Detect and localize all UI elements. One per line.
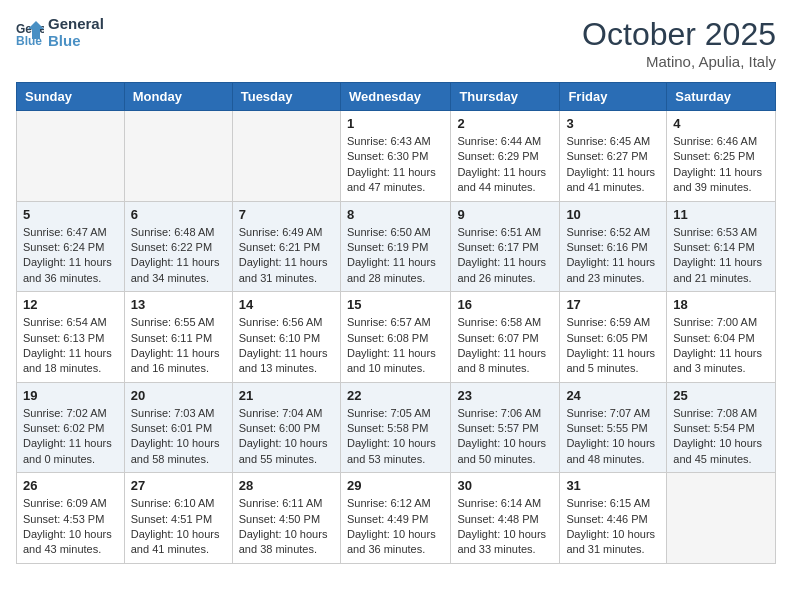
day-number: 24: [566, 388, 660, 403]
calendar-cell: [124, 111, 232, 202]
calendar-cell: 26Sunrise: 6:09 AM Sunset: 4:53 PM Dayli…: [17, 473, 125, 564]
calendar-cell: 15Sunrise: 6:57 AM Sunset: 6:08 PM Dayli…: [340, 292, 450, 383]
calendar-cell: 4Sunrise: 6:46 AM Sunset: 6:25 PM Daylig…: [667, 111, 776, 202]
calendar-cell: 27Sunrise: 6:10 AM Sunset: 4:51 PM Dayli…: [124, 473, 232, 564]
day-number: 7: [239, 207, 334, 222]
day-details: Sunrise: 6:15 AM Sunset: 4:46 PM Dayligh…: [566, 496, 660, 558]
day-number: 14: [239, 297, 334, 312]
day-details: Sunrise: 7:08 AM Sunset: 5:54 PM Dayligh…: [673, 406, 769, 468]
calendar-cell: 6Sunrise: 6:48 AM Sunset: 6:22 PM Daylig…: [124, 201, 232, 292]
calendar-cell: 12Sunrise: 6:54 AM Sunset: 6:13 PM Dayli…: [17, 292, 125, 383]
calendar-cell: 30Sunrise: 6:14 AM Sunset: 4:48 PM Dayli…: [451, 473, 560, 564]
calendar-cell: 28Sunrise: 6:11 AM Sunset: 4:50 PM Dayli…: [232, 473, 340, 564]
weekday-friday: Friday: [560, 83, 667, 111]
day-details: Sunrise: 6:53 AM Sunset: 6:14 PM Dayligh…: [673, 225, 769, 287]
calendar-table: SundayMondayTuesdayWednesdayThursdayFrid…: [16, 82, 776, 564]
day-details: Sunrise: 7:03 AM Sunset: 6:01 PM Dayligh…: [131, 406, 226, 468]
calendar-cell: 5Sunrise: 6:47 AM Sunset: 6:24 PM Daylig…: [17, 201, 125, 292]
weekday-saturday: Saturday: [667, 83, 776, 111]
calendar-cell: 13Sunrise: 6:55 AM Sunset: 6:11 PM Dayli…: [124, 292, 232, 383]
day-number: 19: [23, 388, 118, 403]
day-details: Sunrise: 6:55 AM Sunset: 6:11 PM Dayligh…: [131, 315, 226, 377]
calendar-cell: [17, 111, 125, 202]
day-number: 15: [347, 297, 444, 312]
day-number: 21: [239, 388, 334, 403]
day-number: 2: [457, 116, 553, 131]
day-number: 1: [347, 116, 444, 131]
calendar-cell: 1Sunrise: 6:43 AM Sunset: 6:30 PM Daylig…: [340, 111, 450, 202]
day-number: 9: [457, 207, 553, 222]
calendar-cell: 10Sunrise: 6:52 AM Sunset: 6:16 PM Dayli…: [560, 201, 667, 292]
day-number: 30: [457, 478, 553, 493]
day-number: 17: [566, 297, 660, 312]
calendar-cell: 25Sunrise: 7:08 AM Sunset: 5:54 PM Dayli…: [667, 382, 776, 473]
day-details: Sunrise: 6:11 AM Sunset: 4:50 PM Dayligh…: [239, 496, 334, 558]
day-details: Sunrise: 7:00 AM Sunset: 6:04 PM Dayligh…: [673, 315, 769, 377]
calendar-cell: 8Sunrise: 6:50 AM Sunset: 6:19 PM Daylig…: [340, 201, 450, 292]
calendar-cell: 11Sunrise: 6:53 AM Sunset: 6:14 PM Dayli…: [667, 201, 776, 292]
day-details: Sunrise: 6:59 AM Sunset: 6:05 PM Dayligh…: [566, 315, 660, 377]
day-details: Sunrise: 6:45 AM Sunset: 6:27 PM Dayligh…: [566, 134, 660, 196]
day-number: 25: [673, 388, 769, 403]
calendar-cell: 23Sunrise: 7:06 AM Sunset: 5:57 PM Dayli…: [451, 382, 560, 473]
day-details: Sunrise: 6:10 AM Sunset: 4:51 PM Dayligh…: [131, 496, 226, 558]
day-number: 28: [239, 478, 334, 493]
day-number: 22: [347, 388, 444, 403]
day-details: Sunrise: 7:06 AM Sunset: 5:57 PM Dayligh…: [457, 406, 553, 468]
calendar-cell: 22Sunrise: 7:05 AM Sunset: 5:58 PM Dayli…: [340, 382, 450, 473]
calendar-cell: 19Sunrise: 7:02 AM Sunset: 6:02 PM Dayli…: [17, 382, 125, 473]
logo-line1: General: [48, 16, 104, 33]
day-number: 12: [23, 297, 118, 312]
day-number: 20: [131, 388, 226, 403]
day-number: 10: [566, 207, 660, 222]
day-number: 11: [673, 207, 769, 222]
logo-icon: General Blue: [16, 19, 44, 47]
calendar-cell: 21Sunrise: 7:04 AM Sunset: 6:00 PM Dayli…: [232, 382, 340, 473]
calendar-cell: 16Sunrise: 6:58 AM Sunset: 6:07 PM Dayli…: [451, 292, 560, 383]
week-row-5: 26Sunrise: 6:09 AM Sunset: 4:53 PM Dayli…: [17, 473, 776, 564]
week-row-3: 12Sunrise: 6:54 AM Sunset: 6:13 PM Dayli…: [17, 292, 776, 383]
day-details: Sunrise: 7:02 AM Sunset: 6:02 PM Dayligh…: [23, 406, 118, 468]
day-details: Sunrise: 6:48 AM Sunset: 6:22 PM Dayligh…: [131, 225, 226, 287]
day-details: Sunrise: 6:09 AM Sunset: 4:53 PM Dayligh…: [23, 496, 118, 558]
weekday-thursday: Thursday: [451, 83, 560, 111]
day-number: 29: [347, 478, 444, 493]
day-details: Sunrise: 6:51 AM Sunset: 6:17 PM Dayligh…: [457, 225, 553, 287]
calendar-cell: 3Sunrise: 6:45 AM Sunset: 6:27 PM Daylig…: [560, 111, 667, 202]
day-number: 4: [673, 116, 769, 131]
calendar-cell: 24Sunrise: 7:07 AM Sunset: 5:55 PM Dayli…: [560, 382, 667, 473]
day-number: 31: [566, 478, 660, 493]
day-details: Sunrise: 6:46 AM Sunset: 6:25 PM Dayligh…: [673, 134, 769, 196]
day-details: Sunrise: 6:56 AM Sunset: 6:10 PM Dayligh…: [239, 315, 334, 377]
location-subtitle: Matino, Apulia, Italy: [582, 53, 776, 70]
weekday-tuesday: Tuesday: [232, 83, 340, 111]
calendar-cell: 18Sunrise: 7:00 AM Sunset: 6:04 PM Dayli…: [667, 292, 776, 383]
title-block: October 2025 Matino, Apulia, Italy: [582, 16, 776, 70]
page-header: General Blue General Blue October 2025 M…: [16, 16, 776, 70]
day-details: Sunrise: 6:44 AM Sunset: 6:29 PM Dayligh…: [457, 134, 553, 196]
calendar-cell: [232, 111, 340, 202]
calendar-cell: 20Sunrise: 7:03 AM Sunset: 6:01 PM Dayli…: [124, 382, 232, 473]
day-details: Sunrise: 7:07 AM Sunset: 5:55 PM Dayligh…: [566, 406, 660, 468]
day-details: Sunrise: 7:05 AM Sunset: 5:58 PM Dayligh…: [347, 406, 444, 468]
week-row-2: 5Sunrise: 6:47 AM Sunset: 6:24 PM Daylig…: [17, 201, 776, 292]
day-number: 23: [457, 388, 553, 403]
calendar-cell: 9Sunrise: 6:51 AM Sunset: 6:17 PM Daylig…: [451, 201, 560, 292]
day-details: Sunrise: 6:52 AM Sunset: 6:16 PM Dayligh…: [566, 225, 660, 287]
day-details: Sunrise: 6:14 AM Sunset: 4:48 PM Dayligh…: [457, 496, 553, 558]
calendar-cell: 7Sunrise: 6:49 AM Sunset: 6:21 PM Daylig…: [232, 201, 340, 292]
day-details: Sunrise: 6:58 AM Sunset: 6:07 PM Dayligh…: [457, 315, 553, 377]
day-number: 18: [673, 297, 769, 312]
week-row-1: 1Sunrise: 6:43 AM Sunset: 6:30 PM Daylig…: [17, 111, 776, 202]
weekday-header-row: SundayMondayTuesdayWednesdayThursdayFrid…: [17, 83, 776, 111]
day-number: 27: [131, 478, 226, 493]
day-details: Sunrise: 6:54 AM Sunset: 6:13 PM Dayligh…: [23, 315, 118, 377]
weekday-sunday: Sunday: [17, 83, 125, 111]
day-number: 3: [566, 116, 660, 131]
day-number: 8: [347, 207, 444, 222]
logo-line2: Blue: [48, 33, 104, 50]
calendar-cell: [667, 473, 776, 564]
day-number: 26: [23, 478, 118, 493]
day-number: 5: [23, 207, 118, 222]
day-details: Sunrise: 7:04 AM Sunset: 6:00 PM Dayligh…: [239, 406, 334, 468]
